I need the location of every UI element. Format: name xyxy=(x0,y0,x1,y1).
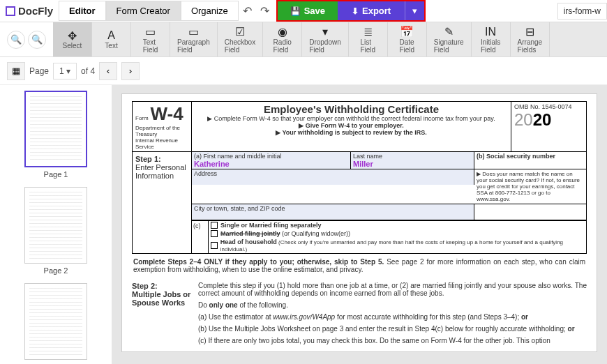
doc-instr: ▶ Your withholding is subject to review … xyxy=(196,129,507,136)
arrange-icon: ⊟ xyxy=(525,26,534,38)
address-label[interactable]: Address xyxy=(192,169,474,185)
tool-initials-field[interactable]: INInitials Field xyxy=(472,22,511,56)
thumbnail-label: Page 1 xyxy=(6,170,106,179)
firstname-label: (a) First name and middle initial xyxy=(194,153,282,160)
step2-label: Step 2: xyxy=(132,282,158,290)
thumbnail-label: Page 2 xyxy=(6,266,106,275)
page-label: Page xyxy=(29,66,49,76)
tool-text-field[interactable]: ▭Text Field xyxy=(131,22,170,56)
filename-field[interactable]: irs-form-w xyxy=(557,3,607,20)
doc-instr: ▶ Give Form W-4 to your employer. xyxy=(196,122,507,129)
tool-paragraph-field[interactable]: ▭Paragraph Field xyxy=(170,22,218,56)
textfield-icon: ▭ xyxy=(145,26,156,38)
step1-sub: Enter Personal Information xyxy=(135,163,186,180)
export-dropdown[interactable]: ▾ xyxy=(405,1,424,20)
tab-editor[interactable]: Editor xyxy=(59,1,106,21)
year-prefix: 20 xyxy=(514,110,533,129)
city-label[interactable]: City or town, state, and ZIP code xyxy=(192,204,474,220)
thumbnail-page2[interactable] xyxy=(24,187,87,264)
complete-steps-bold: Complete Steps 2–4 ONLY if they apply to… xyxy=(133,258,384,266)
text-icon: A xyxy=(107,29,115,42)
irs-label: Internal Revenue Service xyxy=(135,137,188,150)
highlighted-actions: 💾Save ⬇Export ▾ xyxy=(276,0,426,22)
dept-label: Department of the Treasury xyxy=(135,125,188,137)
list-icon: ≣ xyxy=(364,26,373,38)
filing-hoh: Head of household xyxy=(220,238,277,245)
filing-single: Single or Married filing separately xyxy=(220,222,322,229)
tab-organize[interactable]: Organize xyxy=(181,1,239,21)
tool-radio-field[interactable]: ◉Radio Field xyxy=(263,22,302,56)
thumbnail-page1[interactable] xyxy=(24,91,87,167)
tab-form-creator[interactable]: Form Creator xyxy=(106,1,181,21)
calendar-icon: 📅 xyxy=(400,26,414,38)
ssn-label: (b) Social security number xyxy=(477,153,555,160)
tool-arrange-fields[interactable]: ⊟Arrange Fields xyxy=(511,22,550,56)
save-icon: 💾 xyxy=(290,6,301,16)
thumbnail-page3[interactable] xyxy=(24,283,87,360)
undo-button[interactable]: ↶ xyxy=(239,4,256,17)
tool-signature-field[interactable]: ✎Signature Field xyxy=(427,22,472,56)
page-prev-button[interactable]: ‹ xyxy=(99,62,117,80)
step1-label: Step 1: xyxy=(135,155,161,163)
filing-married: Married filing jointly xyxy=(220,230,280,237)
year-value: 20 xyxy=(533,110,552,129)
save-button[interactable]: 💾Save xyxy=(278,1,338,20)
step2-sub: Multiple Jobs or Spouse Works xyxy=(132,290,190,307)
thumbnail-sidebar: Page 1 Page 2 Page 3 xyxy=(0,85,112,364)
grid-view-button[interactable]: ▦ xyxy=(7,62,25,80)
tool-checkbox-field[interactable]: ☑Checkbox Field xyxy=(218,22,263,56)
zoom-in-button[interactable]: 🔍 xyxy=(28,31,46,49)
checkbox-married[interactable] xyxy=(211,230,218,237)
tool-text[interactable]: AText xyxy=(92,22,131,56)
export-button[interactable]: ⬇Export xyxy=(338,1,405,20)
checkbox-icon: ☑ xyxy=(235,26,245,38)
logo: DocFly xyxy=(0,5,59,17)
lastname-value[interactable]: Miller xyxy=(353,160,373,168)
page-next-button[interactable]: › xyxy=(121,62,140,80)
paragraph-icon: ▭ xyxy=(188,26,199,38)
step2-optc: (c) If there are only two jobs total, yo… xyxy=(198,337,587,344)
initials-icon: IN xyxy=(485,26,496,38)
checkbox-single[interactable] xyxy=(211,222,218,229)
download-icon: ⬇ xyxy=(352,6,359,16)
tool-list-field[interactable]: ≣List Field xyxy=(349,22,388,56)
firstname-value[interactable]: Katherine xyxy=(194,160,230,168)
redo-button[interactable]: ↷ xyxy=(256,4,273,17)
section-c-label: (c) xyxy=(192,221,209,253)
signature-icon: ✎ xyxy=(444,26,454,38)
tool-date-field[interactable]: 📅Date Field xyxy=(388,22,427,56)
radio-icon: ◉ xyxy=(278,26,287,38)
zoom-out-button[interactable]: 🔍 xyxy=(7,31,25,49)
form-number: W-4 xyxy=(150,103,183,124)
document-viewport[interactable]: Form W-4 Department of the Treasury Inte… xyxy=(112,85,607,364)
tool-dropdown-field[interactable]: ▾Dropdown Field xyxy=(302,22,349,56)
move-icon: ✥ xyxy=(68,29,77,42)
document-page: Form W-4 Department of the Treasury Inte… xyxy=(121,93,597,352)
doc-title: Employee's Withholding Certificate xyxy=(196,103,507,115)
dropdown-icon: ▾ xyxy=(322,26,328,38)
page-total: of 4 xyxy=(81,66,95,76)
checkbox-hoh[interactable] xyxy=(211,242,218,249)
omb-number: OMB No. 1545-0074 xyxy=(514,103,583,110)
ssn-note: ▶ Does your name match the name on your … xyxy=(474,169,586,204)
page-select[interactable]: 1 ▾ xyxy=(53,63,77,79)
lastname-label: Last name xyxy=(353,153,382,160)
form-label: Form xyxy=(135,115,149,121)
doc-instr: ▶ Complete Form W-4 so that your employe… xyxy=(196,115,507,122)
step2-text: Complete this step if you (1) hold more … xyxy=(198,282,587,297)
tool-select[interactable]: ✥Select xyxy=(53,22,92,56)
